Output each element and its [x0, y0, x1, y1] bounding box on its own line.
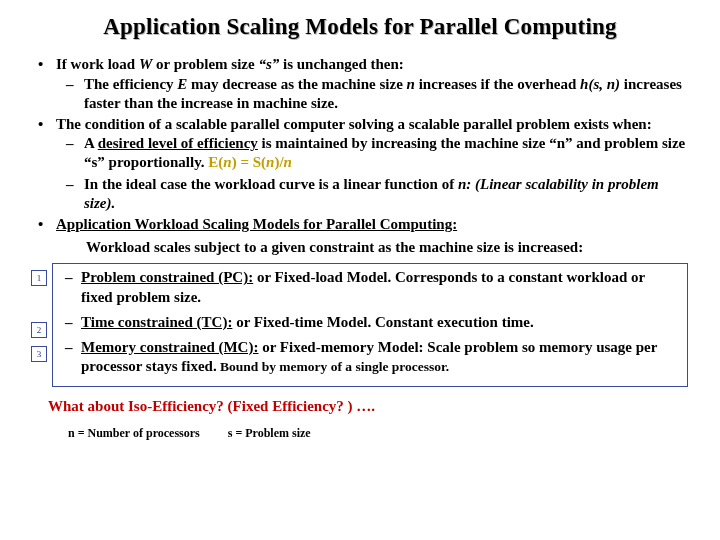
- bullet-1-sub-1: The efficiency E may decrease as the mac…: [56, 75, 692, 113]
- bullet-2-sub-1: A desired level of efficiency is maintai…: [56, 134, 692, 172]
- models-box: 1 2 3 Problem constrained (PC): or Fixed…: [52, 263, 688, 387]
- model-number-1: 1: [31, 270, 47, 286]
- bullet-3: Application Workload Scaling Models for …: [28, 215, 692, 234]
- iso-efficiency-note: What about Iso-Efficiency? (Fixed Effici…: [48, 397, 692, 416]
- model-pc: Problem constrained (PC): or Fixed-load …: [61, 268, 679, 306]
- legend-n: n = Number of processors: [68, 426, 200, 440]
- model-number-2: 2: [31, 322, 47, 338]
- legend: n = Number of processorss = Problem size: [68, 426, 692, 441]
- legend-s: s = Problem size: [228, 426, 311, 440]
- constraint-note: Workload scales subject to a given const…: [86, 238, 692, 257]
- bullet-2: The condition of a scalable parallel com…: [28, 115, 692, 213]
- bullet-list: If work load W or problem size “s” is un…: [28, 55, 692, 234]
- page-title: Application Scaling Models for Parallel …: [28, 12, 692, 41]
- model-mc: Memory constrained (MC): or Fixed-memory…: [61, 338, 679, 376]
- model-number-3: 3: [31, 346, 47, 362]
- bullet-1: If work load W or problem size “s” is un…: [28, 55, 692, 113]
- model-tc: Time constrained (TC): or Fixed-time Mod…: [61, 313, 679, 332]
- bullet-2-sub-2: In the ideal case the workload curve is …: [56, 175, 692, 213]
